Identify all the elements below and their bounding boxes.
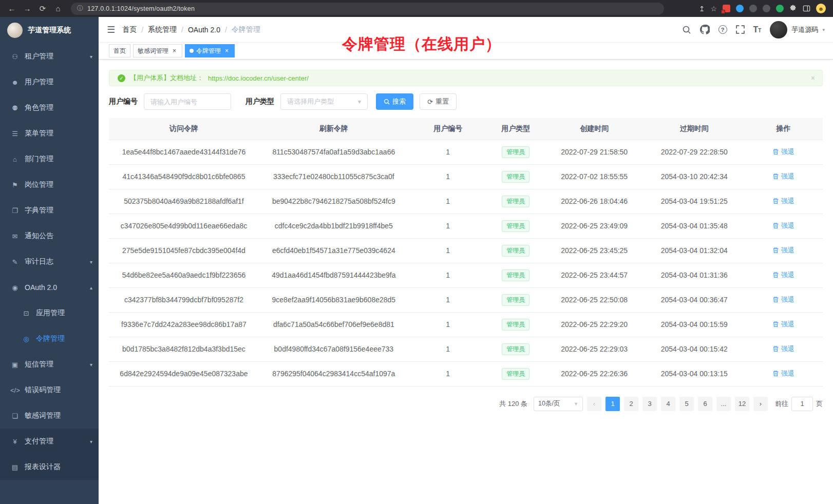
- sidebar-item-tenant[interactable]: ⚇ 租户管理 ▾: [0, 44, 99, 69]
- close-icon[interactable]: ×: [171, 48, 178, 54]
- sidebar-item-user[interactable]: ☻ 用户管理: [0, 69, 99, 95]
- sidebar-item-pay[interactable]: ¥ 支付管理 ▾: [0, 429, 99, 454]
- user-type-cell: 管理员: [487, 263, 544, 287]
- extensions-puzzle-icon[interactable]: [789, 5, 797, 12]
- prev-page-button[interactable]: ‹: [587, 397, 601, 411]
- table-row: 54d6be82ee5a460a9aedc1f9bf223656 49d1aa4…: [109, 263, 823, 287]
- sidebar-item-role[interactable]: ⚉ 角色管理: [0, 95, 99, 121]
- delete-icon: [772, 198, 779, 204]
- sidebar-item-menu-mgmt[interactable]: ☰ 菜单管理: [0, 121, 99, 146]
- access-token-cell: b0d1785bc3a8482f812db4a3f3bd15ec: [109, 337, 259, 361]
- user-menu[interactable]: 芋道源码 ▾: [770, 21, 825, 38]
- home-icon[interactable]: ⌂: [51, 4, 65, 13]
- user-type-cell: 管理员: [487, 140, 544, 164]
- tab-home[interactable]: 首页: [109, 44, 130, 57]
- next-page-button[interactable]: ›: [753, 397, 768, 411]
- search-button[interactable]: 搜索: [376, 93, 413, 110]
- sidebar-item-report-designer[interactable]: ▤ 报表设计器: [0, 454, 99, 480]
- token-table: 访问令牌 刷新令牌 用户编号 用户类型 创建时间 过期时间 操作 1ea5e44…: [109, 118, 823, 386]
- force-logout-button[interactable]: 强退: [772, 344, 794, 354]
- tab-sensitive-word[interactable]: 敏感词管理 ×: [133, 44, 182, 57]
- extension-red-icon[interactable]: [723, 5, 730, 12]
- page-button-4[interactable]: 4: [661, 397, 675, 411]
- token-icon: ◎: [22, 335, 31, 343]
- font-size-icon[interactable]: TT: [753, 26, 762, 34]
- bookmark-star-icon[interactable]: ☆: [710, 5, 717, 13]
- reload-icon[interactable]: ⟳: [36, 4, 49, 13]
- tab-token[interactable]: 令牌管理 ×: [185, 44, 235, 57]
- search-icon[interactable]: [682, 25, 691, 34]
- sidebar-item-dict[interactable]: ❐ 字典管理: [0, 198, 99, 223]
- actions-cell: 强退: [744, 287, 823, 312]
- force-logout-button[interactable]: 强退: [772, 221, 794, 230]
- goto-page-input[interactable]: [791, 397, 813, 411]
- force-logout-button[interactable]: 强退: [772, 172, 794, 181]
- sidebar-item-notice[interactable]: ✉ 通知公告: [0, 223, 99, 249]
- sidebar-item-error-code[interactable]: </> 错误码管理: [0, 377, 99, 403]
- force-logout-button[interactable]: 强退: [772, 369, 794, 378]
- col-user-id: 用户编号: [409, 118, 487, 140]
- sidebar-item-sms[interactable]: ▣ 短信管理 ▾: [0, 352, 99, 377]
- back-icon[interactable]: ←: [5, 4, 18, 13]
- delete-icon: [772, 321, 779, 327]
- extension-dark-icon[interactable]: [749, 5, 757, 12]
- side-panel-icon[interactable]: [803, 5, 810, 12]
- sidebar-item-dept[interactable]: ⌂ 部门管理: [0, 146, 99, 172]
- close-icon[interactable]: ×: [223, 48, 230, 54]
- help-icon[interactable]: ?: [718, 25, 727, 34]
- user-id-cell: 1: [409, 361, 487, 386]
- breadcrumb: 首页 / 系统管理 / OAuth 2.0 / 令牌管理: [122, 25, 260, 34]
- filter-bar: 用户编号 用户类型 请选择用户类型 ▼ 搜索 ⟳ 重置: [109, 93, 823, 110]
- page-button-1[interactable]: 1: [605, 397, 620, 411]
- collapse-menu-icon[interactable]: ☰: [107, 24, 115, 35]
- sidebar-item-oauth2-app[interactable]: ⊡ 应用管理: [0, 300, 99, 326]
- force-logout-button[interactable]: 强退: [772, 320, 794, 329]
- more-pages-button[interactable]: ...: [716, 397, 731, 411]
- user-id-cell: 1: [409, 140, 487, 164]
- page-button-12[interactable]: 12: [735, 397, 749, 411]
- reset-button[interactable]: ⟳ 重置: [420, 93, 457, 110]
- delete-icon: [772, 222, 779, 229]
- force-logout-button[interactable]: 强退: [772, 197, 794, 206]
- github-icon[interactable]: [700, 25, 710, 34]
- doc-link[interactable]: https://doc.iocoder.cn/user-center/: [208, 74, 309, 82]
- page-size-select[interactable]: 10条/页 ▼: [534, 397, 583, 411]
- address-bar[interactable]: ⓘ 127.0.0.1:1024/system/oauth2/token: [71, 3, 664, 15]
- sidebar-item-post[interactable]: ⚑ 岗位管理: [0, 172, 99, 198]
- force-logout-button[interactable]: 强退: [772, 246, 794, 255]
- page-button-5[interactable]: 5: [679, 397, 694, 411]
- app-logo-row[interactable]: 芋道管理系统: [0, 17, 99, 44]
- delete-icon: [772, 370, 779, 377]
- breadcrumb-system[interactable]: 系统管理: [148, 25, 177, 34]
- breadcrumb-oauth2[interactable]: OAuth 2.0: [188, 26, 220, 34]
- banner-close-icon[interactable]: ×: [811, 74, 815, 82]
- access-token-cell: 6d842e2924594de9a09e45e087323abe: [109, 361, 259, 386]
- user-id-input[interactable]: [144, 93, 231, 110]
- created-cell: 2022-06-26 18:04:46: [544, 189, 645, 214]
- page-button-3[interactable]: 3: [642, 397, 657, 411]
- app-logo: [7, 23, 23, 38]
- sidebar-item-audit-log[interactable]: ✎ 审计日志 ▾: [0, 249, 99, 275]
- breadcrumb-home[interactable]: 首页: [122, 25, 137, 34]
- actions-cell: 强退: [744, 312, 823, 337]
- force-logout-button[interactable]: 强退: [772, 270, 794, 280]
- extension-blue-icon[interactable]: [736, 5, 744, 12]
- browser-profile-avatar[interactable]: ☻: [816, 4, 826, 13]
- force-logout-button[interactable]: 强退: [772, 295, 794, 304]
- page-button-6[interactable]: 6: [698, 397, 712, 411]
- user-type-select[interactable]: 请选择用户类型 ▼: [280, 93, 368, 110]
- log-icon: ✎: [10, 258, 20, 266]
- page-button-2[interactable]: 2: [624, 397, 638, 411]
- extension-green-icon[interactable]: [776, 5, 784, 12]
- breadcrumb-current: 令牌管理: [232, 25, 260, 34]
- fullscreen-icon[interactable]: [736, 25, 745, 34]
- sidebar-item-oauth2-token[interactable]: ◎ 令牌管理: [0, 326, 99, 352]
- chevron-up-icon: ▴: [90, 285, 92, 290]
- sidebar-item-sensitive-word[interactable]: ❏ 敏感词管理: [0, 403, 99, 429]
- extension-dark2-icon[interactable]: [763, 5, 770, 12]
- forward-icon[interactable]: →: [21, 4, 34, 13]
- site-info-icon[interactable]: ⓘ: [77, 4, 83, 13]
- force-logout-button[interactable]: 强退: [772, 147, 794, 157]
- sidebar-item-oauth2[interactable]: ◉ OAuth 2.0 ▴: [0, 275, 99, 300]
- share-icon[interactable]: ↥: [699, 5, 705, 13]
